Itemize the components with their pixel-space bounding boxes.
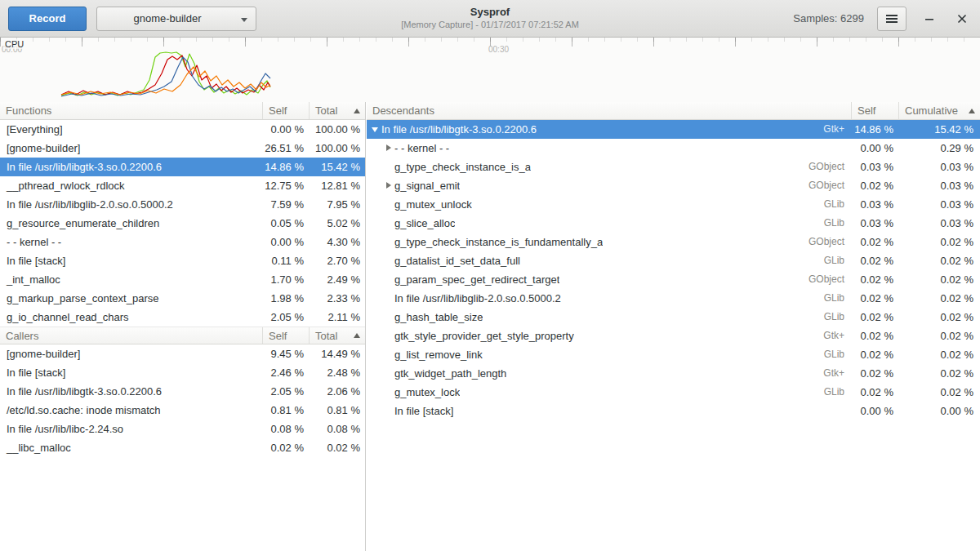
self-percent: 0.02 % [851, 308, 898, 327]
caller-row[interactable]: In file [stack]2.46 %2.48 % [0, 363, 365, 382]
library-badge: GLib [816, 345, 851, 364]
descendant-row[interactable]: gtk_style_provider_get_style_propertyGtk… [367, 327, 980, 345]
tree-name-cell: g_hash_table_sizeGLib [367, 308, 851, 327]
descendants-cumulative-column-header[interactable]: Cumulative [898, 102, 980, 119]
function-row[interactable]: - - kernel - -0.00 %4.30 % [0, 233, 365, 251]
descendant-row[interactable]: g_mutex_lockGLib0.02 %0.02 % [367, 383, 980, 402]
target-process-dropdown[interactable]: gnome-builder [96, 7, 256, 31]
function-row[interactable]: In file [stack]0.11 %2.70 % [0, 251, 365, 270]
functions-column-header[interactable]: Functions [0, 102, 262, 119]
library-badge: GLib [816, 383, 851, 402]
function-name: gtk_widget_path_length [394, 364, 506, 383]
cpu-timeline[interactable]: 00:0000:30 CPU [0, 38, 980, 102]
window-subtitle: [Memory Capture] - 01/17/2017 07:21:52 A… [245, 20, 735, 29]
tree-name-cell: In file /usr/lib/libglib-2.0.so.0.5000.2… [367, 289, 851, 308]
library-badge: GLib [816, 251, 851, 270]
descendant-row[interactable]: gtk_widget_path_lengthGtk+0.02 %0.02 % [367, 364, 980, 383]
function-row[interactable]: In file /usr/lib/libgtk-3.so.0.2200.614.… [0, 158, 365, 176]
self-percent: 0.02 % [262, 438, 309, 457]
self-percent: 1.70 % [262, 270, 309, 289]
tree-name-cell: In file /usr/lib/libgtk-3.so.0.2200.6Gtk… [367, 120, 851, 139]
tree-name-cell: g_type_check_instance_is_aGObject [367, 158, 851, 176]
caller-row[interactable]: In file /usr/lib/libgtk-3.so.0.2200.62.0… [0, 382, 365, 401]
descendants-cumulative-column-label: Cumulative [905, 102, 958, 119]
minimize-button[interactable] [920, 9, 939, 29]
function-name: g_datalist_id_set_data_full [394, 251, 520, 270]
record-button[interactable]: Record [8, 7, 87, 31]
caller-row[interactable]: [gnome-builder]9.45 %14.49 % [0, 344, 365, 363]
caller-row[interactable]: /etc/ld.so.cache: inode mismatch0.81 %0.… [0, 401, 365, 420]
function-name: - - kernel - - [394, 139, 449, 158]
descendant-row[interactable]: g_list_remove_linkGLib0.02 %0.02 % [367, 345, 980, 364]
callers-total-column-header[interactable]: Total [309, 327, 365, 344]
descendant-row[interactable]: - - kernel - -0.00 %0.29 % [367, 139, 980, 158]
self-percent: 0.05 % [262, 214, 309, 233]
descendant-row[interactable]: g_param_spec_get_redirect_targetGObject0… [367, 270, 980, 289]
descendant-row[interactable]: g_slice_allocGLib0.03 %0.03 % [367, 214, 980, 233]
functions-total-column-header[interactable]: Total [309, 102, 365, 119]
expander-spacer [383, 345, 394, 364]
descendant-row[interactable]: In file /usr/lib/libglib-2.0.so.0.5000.2… [367, 289, 980, 308]
callers-column-header[interactable]: Callers [0, 327, 262, 344]
function-row[interactable]: _int_malloc1.70 %2.49 % [0, 270, 365, 289]
menu-button[interactable] [877, 7, 906, 31]
descendant-row[interactable]: g_hash_table_sizeGLib0.02 %0.02 % [367, 308, 980, 327]
descendant-row[interactable]: g_mutex_unlockGLib0.03 %0.03 % [367, 195, 980, 214]
cumulative-percent: 0.02 % [898, 383, 980, 402]
function-row[interactable]: [gnome-builder]26.51 %100.00 % [0, 139, 365, 158]
expander-closed-icon[interactable] [383, 139, 394, 158]
descendant-row[interactable]: In file /usr/lib/libgtk-3.so.0.2200.6Gtk… [367, 120, 980, 139]
descendant-row[interactable]: g_signal_emitGObject0.02 %0.03 % [367, 176, 980, 195]
self-percent: 7.59 % [262, 195, 309, 214]
header-right: Samples: 6299 [793, 7, 972, 31]
descendant-row[interactable]: g_datalist_id_set_data_fullGLib0.02 %0.0… [367, 251, 980, 270]
cumulative-percent: 0.02 % [898, 345, 980, 364]
expander-closed-icon[interactable] [383, 176, 394, 195]
descendant-row[interactable]: g_type_check_instance_is_fundamentally_a… [367, 233, 980, 251]
function-row[interactable]: g_markup_parse_context_parse1.98 %2.33 % [0, 289, 365, 308]
function-row[interactable]: g_resource_enumerate_children0.05 %5.02 … [0, 214, 365, 233]
library-badge: GObject [800, 176, 851, 195]
descendant-row[interactable]: g_type_check_instance_is_aGObject0.03 %0… [367, 158, 980, 176]
expander-spacer [383, 214, 394, 233]
sort-indicator-icon [354, 109, 360, 113]
function-name: In file /usr/lib/libgtk-3.so.0.2200.6 [0, 382, 262, 401]
cumulative-percent: 0.02 % [898, 364, 980, 383]
function-row[interactable]: __pthread_rwlock_rdlock12.75 %12.81 % [0, 176, 365, 195]
function-name: g_mutex_lock [394, 383, 460, 402]
self-percent: 0.02 % [851, 270, 898, 289]
total-percent: 100.00 % [309, 120, 365, 139]
caller-row[interactable]: __libc_malloc0.02 %0.02 % [0, 438, 365, 457]
descendants-column-header[interactable]: Descendants [367, 102, 851, 119]
function-row[interactable]: [Everything]0.00 %100.00 % [0, 120, 365, 139]
function-name: g_type_check_instance_is_a [394, 158, 531, 176]
total-percent: 2.06 % [309, 382, 365, 401]
close-button[interactable] [952, 9, 972, 29]
library-badge: GObject [800, 158, 851, 176]
total-percent: 100.00 % [309, 139, 365, 158]
function-name: __pthread_rwlock_rdlock [0, 176, 262, 195]
functions-self-column-header[interactable]: Self [262, 102, 309, 119]
expander-spacer [383, 327, 394, 345]
ruler: 00:0000:30 [0, 38, 980, 49]
descendants-self-column-header[interactable]: Self [851, 102, 898, 119]
tree-name-cell: g_type_check_instance_is_fundamentally_a… [367, 233, 851, 251]
expander-open-icon[interactable] [370, 120, 381, 139]
function-row[interactable]: In file /usr/lib/libglib-2.0.so.0.5000.2… [0, 195, 365, 214]
self-percent: 0.00 % [851, 402, 898, 420]
callers-rows: [gnome-builder]9.45 %14.49 %In file [sta… [0, 344, 365, 457]
caller-row[interactable]: In file /usr/lib/libc-2.24.so0.08 %0.08 … [0, 420, 365, 438]
descendants-panel: Descendants Self Cumulative In file /usr… [367, 102, 980, 551]
tree-name-cell: g_signal_emitGObject [367, 176, 851, 195]
self-percent: 1.98 % [262, 289, 309, 308]
function-row[interactable]: g_io_channel_read_chars2.05 %2.11 % [0, 308, 365, 327]
callers-self-column-header[interactable]: Self [262, 327, 309, 344]
total-percent: 12.81 % [309, 176, 365, 195]
library-badge: GLib [816, 308, 851, 327]
expander-spacer [383, 364, 394, 383]
target-process-label: gnome-builder [133, 12, 201, 24]
descendant-row[interactable]: In file [stack]0.00 %0.00 % [367, 402, 980, 420]
expander-spacer [383, 308, 394, 327]
descendants-rows: In file /usr/lib/libgtk-3.so.0.2200.6Gtk… [367, 120, 980, 420]
function-name: g_markup_parse_context_parse [0, 289, 262, 308]
